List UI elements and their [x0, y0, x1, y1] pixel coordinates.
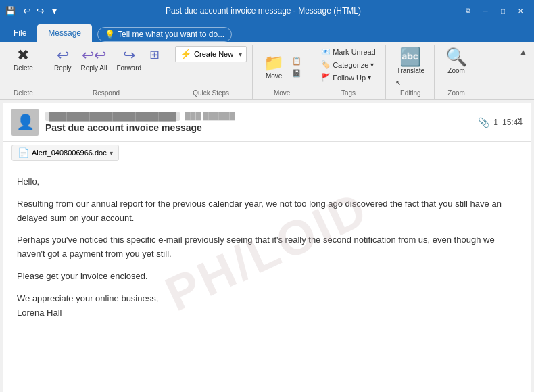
minimize-icon[interactable]: ─ [477, 3, 493, 19]
ribbon-group-zoom: 🔍 Zoom Zoom [436, 45, 477, 99]
follow-up-dropdown-icon: ▾ [368, 74, 371, 81]
window-title: Past due account invoice message - Messa… [67, 6, 460, 16]
tab-message[interactable]: Message [37, 24, 92, 42]
save-icon: 💾 [5, 6, 16, 16]
more-respond-button[interactable]: ⊞ [147, 46, 162, 64]
email-greeting: Hello, [17, 175, 517, 189]
window-controls[interactable]: ⧉ ─ □ ✕ [460, 3, 529, 19]
translate-icon: 🔤 [399, 48, 421, 66]
rules-button[interactable]: 📋 [289, 55, 304, 67]
quick-access-toolbar[interactable]: ↩ ↪ ▾ [21, 5, 60, 17]
zoom-icon: 🔍 [445, 48, 467, 66]
follow-up-icon: 🚩 [321, 73, 331, 82]
email-from: ██████████████████████ ███ ██████ [45, 112, 471, 121]
undo-icon[interactable]: ↩ [21, 5, 33, 17]
categorize-dropdown-icon: ▾ [370, 61, 374, 68]
reply-button[interactable]: ↩ Reply [50, 46, 76, 74]
email-body: PH/LOID Hello, Resulting from our annual… [3, 164, 531, 339]
email-para1: Resulting from our annual report for the… [17, 197, 517, 226]
reply-all-button[interactable]: ↩↩ Reply All [76, 46, 111, 74]
sender-name: ██████████████████████ [45, 112, 180, 121]
select-icon: ↖ [395, 79, 401, 87]
dropdown-arrow-icon: ▾ [239, 51, 242, 58]
rules-icon: 📋 [292, 57, 301, 66]
redo-icon[interactable]: ↪ [34, 5, 47, 17]
delete-button[interactable]: ✖ Delete [9, 46, 37, 74]
zoom-button[interactable]: 🔍 Zoom [441, 46, 471, 76]
attachment-chip[interactable]: 📄 Alert_0408006966.doc ▾ [11, 145, 119, 161]
expand-button[interactable]: ⌄ [515, 110, 524, 123]
ribbon: ✖ Delete Delete ↩ Reply ↩↩ Reply All ↪ F… [0, 42, 534, 100]
title-bar: 💾 ↩ ↪ ▾ Past due account invoice message… [0, 0, 534, 22]
ribbon-group-delete: ✖ Delete Delete [4, 45, 43, 99]
avatar: 👤 [11, 109, 39, 136]
customize-icon[interactable]: ▾ [48, 5, 60, 17]
translate-button[interactable]: 🔤 Translate [393, 46, 429, 76]
email-subject: Past due account invoice message [45, 122, 471, 133]
more-icon: ⊞ [149, 47, 160, 62]
ribbon-collapse-icon[interactable]: ▲ [516, 46, 530, 58]
email-para2: Perhaps you've noticed this specific e-m… [17, 233, 517, 262]
categorize-button[interactable]: 🏷️ Categorize ▾ [317, 59, 378, 70]
email-meta: ██████████████████████ ███ ██████ Past d… [45, 112, 471, 133]
email-header: 👤 ██████████████████████ ███ ██████ Past… [3, 103, 531, 142]
delete-icon: ✖ [17, 48, 29, 63]
ribbon-group-quick-steps: ⚡ Create New ▾ Quick Steps [170, 45, 253, 99]
onenote-button[interactable]: 📓 [289, 68, 304, 79]
ribbon-group-editing: 🔤 Translate ↖ Editing [387, 45, 435, 99]
maximize-icon[interactable]: □ [495, 3, 511, 19]
follow-up-button[interactable]: 🚩 Follow Up ▾ [317, 72, 375, 83]
attachment-bar: 📄 Alert_0408006966.doc ▾ [3, 142, 531, 164]
email-para3: Please get your invoice enclosed. [17, 270, 517, 284]
ribbon-group-respond: ↩ Reply ↩↩ Reply All ↪ Forward ⊞ Respond [45, 45, 168, 99]
tab-file[interactable]: File [3, 24, 37, 42]
close-icon[interactable]: ✕ [512, 3, 529, 19]
email-para4: We appreciate your online business, Lore… [17, 292, 517, 320]
select-button[interactable]: ↖ [393, 78, 404, 88]
onenote-icon: 📓 [292, 69, 301, 78]
lightning-icon: ⚡ [180, 49, 191, 59]
tell-me-input[interactable]: 💡 Tell me what you want to do... [97, 27, 232, 42]
forward-icon: ↪ [123, 48, 135, 63]
forward-button[interactable]: ↪ Forward [112, 46, 145, 74]
reply-icon: ↩ [57, 48, 69, 63]
move-icon: 📁 [264, 55, 284, 71]
ribbon-group-move: 📁 Move 📋 📓 Move [254, 45, 310, 99]
recipient-label: ███ ██████ [185, 112, 235, 121]
person-icon: 👤 [16, 114, 34, 131]
reply-all-icon: ↩↩ [82, 48, 106, 63]
mark-unread-button[interactable]: 📧 Mark Unread [317, 46, 380, 57]
doc-icon: 📄 [18, 147, 29, 158]
attachment-count-icon: 📎 [478, 117, 489, 128]
restore-icon[interactable]: ⧉ [460, 3, 476, 19]
categorize-icon: 🏷️ [321, 60, 331, 69]
mark-unread-icon: 📧 [321, 47, 331, 56]
move-button[interactable]: 📁 Move [260, 53, 288, 82]
tab-bar: File Message 💡 Tell me what you want to … [0, 22, 534, 42]
create-new-button[interactable]: ⚡ Create New ▾ [175, 46, 247, 62]
email-container: 👤 ██████████████████████ ███ ██████ Past… [3, 103, 531, 392]
ribbon-group-tags: 📧 Mark Unread 🏷️ Categorize ▾ 🚩 Follow U… [312, 45, 386, 99]
lightbulb-icon: 💡 [105, 30, 115, 39]
attachment-dropdown-icon[interactable]: ▾ [110, 149, 113, 157]
